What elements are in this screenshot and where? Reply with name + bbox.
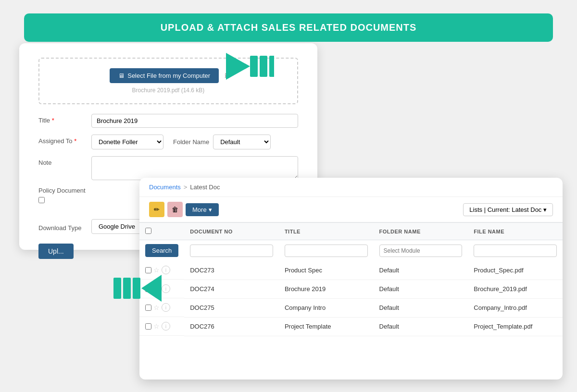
assigned-folder-row: Assigned To * Donette Foller Folder Name… (38, 135, 298, 149)
info-icon-0[interactable]: i (162, 266, 170, 274)
row-file-1: Brochure_2019.pdf (468, 280, 563, 298)
row-file-2: Company_Intro.pdf (468, 298, 563, 317)
row-file-3: Project_Template.pdf (468, 317, 563, 336)
chevron-down-icon: ▾ (209, 206, 212, 213)
search-title-input[interactable] (285, 245, 368, 257)
upload-submit-button[interactable]: Upl... (38, 244, 74, 259)
title-input[interactable] (91, 114, 298, 128)
row-docno-2: DOC275 (184, 298, 279, 317)
upload-arrow (212, 52, 274, 82)
info-icon-1[interactable]: i (162, 284, 170, 293)
header-checkbox-col (139, 223, 184, 240)
row-checkbox-2[interactable] (145, 305, 151, 311)
search-docno-input[interactable] (190, 245, 273, 257)
row-docno-1: DOC274 (184, 280, 279, 298)
dropdown-icon: ▾ (543, 206, 547, 213)
info-icon-2[interactable]: i (162, 303, 170, 312)
folder-name-label: Folder Name (173, 138, 209, 146)
banner-text: UPLOAD & ATTACH SALES RELATED DOCUMENTS (161, 22, 417, 33)
delete-button[interactable]: 🗑 (167, 202, 183, 217)
breadcrumb-documents[interactable]: Documents (149, 184, 181, 191)
search-docno-cell (184, 240, 279, 261)
select-all-checkbox[interactable] (145, 228, 151, 234)
search-filename-input[interactable] (474, 245, 557, 257)
toolbar-left: ✏ 🗑 More ▾ (149, 202, 219, 217)
download-label: Download Type (38, 221, 91, 232)
row-folder-2: Default (374, 298, 468, 317)
lists-current-button[interactable]: Lists | Current: Latest Doc ▾ (463, 203, 553, 216)
note-row: Note (38, 156, 298, 180)
svg-rect-5 (123, 278, 131, 299)
assigned-select[interactable]: Donette Foller (91, 135, 163, 149)
title-label: Title * (38, 114, 91, 124)
more-button[interactable]: More ▾ (186, 203, 219, 216)
row-title-0: Product Spec (279, 261, 374, 280)
assigned-label: Assigned To * (38, 135, 91, 145)
documents-table: DOCUMENT NO TITLE FOLDER NAME FILE NAME (139, 222, 563, 336)
svg-rect-1 (260, 56, 267, 77)
row-title-3: Project Template (279, 317, 374, 336)
table-body: ☆ i DOC273 Product Spec Default Product_… (139, 261, 563, 336)
edit-button[interactable]: ✏ (149, 202, 164, 217)
row-title-2: Company Intro (279, 298, 374, 317)
toolbar-right: Lists | Current: Latest Doc ▾ (463, 203, 553, 216)
policy-label: Policy Document (38, 187, 91, 194)
svg-marker-7 (141, 275, 162, 302)
search-btn-cell: Search (139, 240, 184, 261)
row-folder-1: Default (374, 280, 468, 298)
svg-rect-4 (113, 278, 121, 299)
row-file-0: Product_Spec.pdf (468, 261, 563, 280)
star-icon-3[interactable]: ☆ (153, 322, 160, 330)
breadcrumb-bar: Documents > Latest Doc (139, 178, 563, 197)
main-container: UPLOAD & ATTACH SALES RELATED DOCUMENTS … (0, 0, 577, 392)
search-title-cell (279, 240, 374, 261)
banner: UPLOAD & ATTACH SALES RELATED DOCUMENTS (24, 13, 553, 42)
header-folder-name: FOLDER NAME (374, 223, 468, 240)
table-header-row: DOCUMENT NO TITLE FOLDER NAME FILE NAME (139, 223, 563, 240)
select-module-input[interactable] (379, 245, 463, 257)
info-icon-3[interactable]: i (162, 322, 170, 331)
table-row: ☆ i DOC274 Brochure 2019 Default Brochur… (139, 280, 563, 298)
svg-rect-6 (133, 278, 140, 299)
row-folder-3: Default (374, 317, 468, 336)
header-file-name: FILE NAME (468, 223, 563, 240)
header-title: TITLE (279, 223, 374, 240)
star-icon-2[interactable]: ☆ (153, 304, 160, 311)
select-file-button[interactable]: 🖥 Select File from my Computer (110, 68, 219, 83)
svg-marker-3 (226, 53, 250, 80)
row-checkbox-3[interactable] (145, 323, 151, 330)
header-doc-no: DOCUMENT NO (184, 223, 279, 240)
search-row: Search (139, 240, 563, 261)
row-docno-3: DOC276 (184, 317, 279, 336)
monitor-icon: 🖥 (118, 72, 125, 79)
note-textarea[interactable] (91, 156, 298, 180)
svg-rect-0 (250, 56, 258, 77)
svg-rect-2 (269, 56, 274, 77)
search-button[interactable]: Search (145, 244, 178, 257)
file-hint: Brochure 2019.pdf (14.6 kB) (49, 87, 288, 94)
table-arrow (113, 274, 162, 304)
search-folder-cell (374, 240, 468, 261)
search-filename-cell (468, 240, 563, 261)
toolbar-bar: ✏ 🗑 More ▾ Lists | Current: Latest Doc ▾ (139, 197, 563, 222)
row-checkbox-0[interactable] (145, 267, 151, 273)
table-card: Documents > Latest Doc ✏ 🗑 More ▾ Lists … (139, 178, 563, 380)
policy-checkbox[interactable] (38, 197, 45, 203)
table-row: ☆ i DOC273 Product Spec Default Product_… (139, 261, 563, 280)
row-folder-0: Default (374, 261, 468, 280)
breadcrumb-latest-doc: Latest Doc (190, 184, 220, 191)
note-label: Note (38, 156, 91, 166)
folder-select[interactable]: Default (213, 135, 271, 149)
policy-section (38, 195, 144, 203)
star-icon-0[interactable]: ☆ (153, 266, 160, 274)
row-controls-3: ☆ i (139, 317, 184, 336)
title-row: Title * (38, 114, 298, 128)
table-row: ☆ i DOC276 Project Template Default Proj… (139, 317, 563, 336)
breadcrumb-separator: > (184, 184, 188, 191)
row-title-1: Brochure 2019 (279, 280, 374, 298)
table-row: ☆ i DOC275 Company Intro Default Company… (139, 298, 563, 317)
row-docno-0: DOC273 (184, 261, 279, 280)
